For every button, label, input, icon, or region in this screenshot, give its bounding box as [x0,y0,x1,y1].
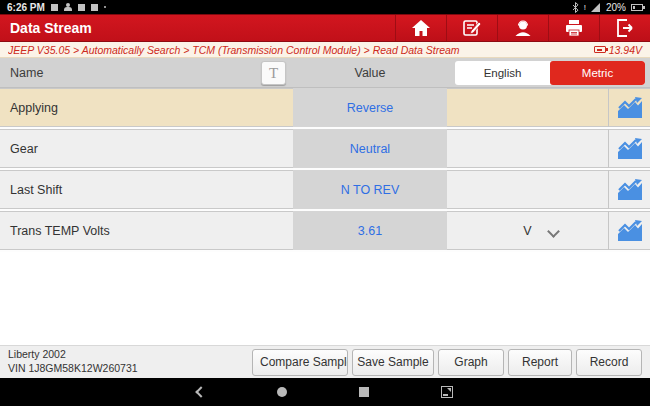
save-sample-button[interactable]: Save Sample [352,349,434,376]
param-value: 3.61 [293,211,447,250]
battery-icon [631,4,643,11]
notification-icon [78,4,85,11]
param-name: Trans TEMP Volts [0,211,293,250]
status-right: ! 20% [572,2,643,13]
data-report-button[interactable] [446,15,497,41]
param-unit [447,88,608,127]
graph-view-button[interactable]: Graph [438,349,504,376]
unit-english-button[interactable]: English [455,61,550,85]
exit-button[interactable] [599,15,650,41]
table-row[interactable]: Last Shift N TO REV [0,170,650,211]
vehicle-voltage: 13.94V [594,44,642,56]
param-unit [447,170,608,209]
table-header: Name T Value English Metric [0,58,650,88]
notification-icon [91,4,98,11]
graph-icon [617,97,643,119]
edit-note-icon [462,19,482,37]
home-icon [411,19,431,37]
vehicle-model: Liberty 2002 [8,348,138,362]
unit-metric-button[interactable]: Metric [550,61,645,85]
table-row[interactable]: Gear Neutral [0,129,650,170]
graph-icon [617,138,643,160]
bluetooth-icon [572,2,579,13]
param-value: N TO REV [293,170,447,209]
column-header-name: Name [10,58,43,87]
graph-icon [617,220,643,242]
graph-button[interactable] [608,88,650,127]
user-notification-icon [64,3,72,11]
breadcrumb-bar: JEEP V35.05 > Automatically Search > TCM… [0,42,650,58]
param-unit [447,129,608,168]
table-row[interactable]: Trans TEMP Volts 3.61 V [0,211,650,252]
unit-select[interactable]: V [447,211,608,250]
app-bar-actions [395,15,650,41]
param-name: Applying [0,88,293,127]
compare-sample-button[interactable]: Compare Sample [252,349,348,376]
param-unit: V [523,224,531,238]
android-nav-bar [0,378,650,406]
param-name: Gear [0,129,293,168]
breadcrumb: JEEP V35.05 > Automatically Search > TCM… [8,44,594,56]
unit-toggle: English Metric [455,61,645,85]
support-button[interactable] [497,15,548,41]
record-button[interactable]: Record [576,349,642,376]
status-bar: 6:26 PM ! 20% [0,0,650,14]
support-person-icon [513,19,533,37]
notification-icon [51,4,58,11]
battery-percent: 20% [606,2,626,13]
back-icon[interactable] [195,386,206,397]
exit-icon [615,19,635,37]
wifi-icon [591,3,601,12]
param-value: Neutral [293,129,447,168]
voltage-battery-icon [594,46,606,53]
vehicle-vin: VIN 1J8GM58K12W260731 [8,362,138,376]
graph-button[interactable] [608,211,650,250]
graph-button[interactable] [608,170,650,209]
clock: 6:26 PM [7,2,45,13]
footer-buttons: Compare Sample Save Sample Graph Report … [252,349,642,376]
vehicle-info: Liberty 2002 VIN 1J8GM58K12W260731 [8,348,138,375]
text-size-button[interactable]: T [261,61,286,85]
graph-button[interactable] [608,129,650,168]
print-button[interactable] [548,15,599,41]
voltage-value: 13.94V [609,44,642,56]
table-row[interactable]: Applying Reverse [0,88,650,129]
status-left: 6:26 PM [7,2,106,13]
recent-apps-icon[interactable] [359,387,369,397]
home-button[interactable] [395,15,446,41]
chevron-down-icon [547,225,560,238]
page-title: Data Stream [0,20,92,36]
footer-bar: Liberty 2002 VIN 1J8GM58K12W260731 Compa… [0,345,650,378]
data-stream-screen: 6:26 PM ! 20% Data Stream [0,0,650,406]
graph-icon [617,179,643,201]
data-stream-table: Applying Reverse Gear Neutral [0,88,650,252]
more-notifications-dot [104,6,106,8]
printer-icon [564,19,584,37]
param-name: Last Shift [0,170,293,209]
column-header-value: Value [293,58,447,87]
app-bar: Data Stream [0,14,650,42]
param-value: Reverse [293,88,447,127]
home-circle-icon[interactable] [277,387,287,397]
wifi-alert: ! [584,3,586,12]
screenshot-icon[interactable] [441,386,453,398]
report-button[interactable]: Report [508,349,572,376]
